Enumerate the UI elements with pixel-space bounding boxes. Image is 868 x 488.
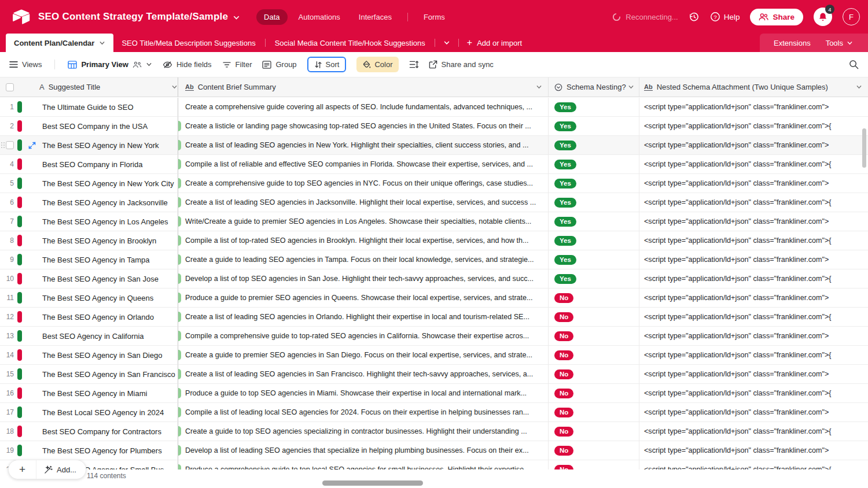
column-chevron-down-icon[interactable]: [536, 84, 542, 90]
title-cell[interactable]: 11The Best SEO Agency in Queens: [0, 289, 178, 308]
title-chevron-down-icon[interactable]: [233, 14, 240, 21]
views-button[interactable]: Views: [9, 60, 42, 69]
brief-cell[interactable]: Produce a comprehensive guide to top loc…: [178, 460, 549, 469]
airtable-logo-icon[interactable]: [13, 9, 30, 24]
nesting-cell[interactable]: No: [549, 289, 639, 308]
nesting-cell[interactable]: No: [549, 384, 639, 403]
attachment-cell[interactable]: <script type="application/ld+json" class…: [639, 155, 868, 174]
attachment-cell[interactable]: <script type="application/ld+json" class…: [639, 250, 868, 269]
title-cell[interactable]: 13Best SEO Agency in California: [0, 327, 178, 346]
title-cell[interactable]: 10The Best SEO Agency in San Jose: [0, 269, 178, 289]
title-cell[interactable]: 9The Best SEO Agency in Tampa: [0, 250, 178, 269]
add-record-button[interactable]: +: [9, 460, 36, 479]
brief-cell[interactable]: Create a list of leading SEO agencies in…: [178, 193, 549, 212]
attachment-cell[interactable]: <script type="application/ld+json" class…: [639, 231, 868, 250]
brief-cell[interactable]: Develop a list of leading SEO agencies t…: [178, 441, 549, 460]
nav-item-forms[interactable]: Forms: [416, 9, 453, 25]
share-and-sync-button[interactable]: Share and sync: [429, 60, 494, 69]
attachment-cell[interactable]: <script type="application/ld+json" class…: [639, 289, 868, 308]
brief-cell[interactable]: Produce a guide to premier SEO agencies …: [178, 289, 549, 308]
row-checkbox[interactable]: [6, 141, 14, 149]
attachment-cell[interactable]: <script type="application/ld+json" class…: [639, 403, 868, 422]
column-chevron-down-icon[interactable]: [856, 84, 862, 90]
group-button[interactable]: Group: [262, 60, 296, 69]
nesting-cell[interactable]: Yes: [549, 212, 639, 231]
brief-cell[interactable]: Create a comprehensive guide to top SEO …: [178, 174, 549, 193]
add-or-import-button[interactable]: + Add or import: [460, 34, 529, 52]
attachment-cell[interactable]: <script type="application/ld+json" class…: [639, 193, 868, 212]
title-cell[interactable]: 6The Best SEO Agency in Jacksonville: [0, 193, 178, 212]
title-cell[interactable]: 4Best SEO Company in Florida: [0, 155, 178, 174]
tools-button[interactable]: Tools: [826, 39, 853, 47]
search-icon[interactable]: [849, 60, 859, 69]
row-height-button[interactable]: [409, 60, 418, 69]
attachment-cell[interactable]: <script type="application/ld+json" class…: [639, 117, 868, 136]
filter-button[interactable]: Filter: [222, 60, 252, 69]
vertical-scrollbar[interactable]: [862, 128, 866, 168]
brief-cell[interactable]: Develop a list of top SEO agencies in Sa…: [178, 269, 549, 289]
attachment-cell[interactable]: <script type="application/ld+json" class…: [639, 422, 868, 441]
attachment-cell[interactable]: <script type="application/ld+json" class…: [639, 441, 868, 460]
nesting-cell[interactable]: No: [549, 365, 639, 384]
brief-cell[interactable]: Create a guide to premier SEO agencies i…: [178, 346, 549, 365]
attachment-cell[interactable]: <script type="application/ld+json" class…: [639, 269, 868, 289]
avatar[interactable]: F: [843, 8, 860, 25]
tab-seo-title-meta[interactable]: SEO Title/Meta Description Suggestions: [113, 34, 263, 52]
title-cell[interactable]: The Best SEO Agency in New York: [0, 136, 178, 155]
expand-record-icon[interactable]: [22, 142, 42, 149]
nav-item-data[interactable]: Data: [256, 9, 287, 25]
nesting-cell[interactable]: Yes: [549, 193, 639, 212]
brief-cell[interactable]: Compile a comprehensive guide to top-rat…: [178, 327, 549, 346]
sort-button[interactable]: Sort: [307, 57, 347, 72]
attachment-cell[interactable]: <script type="application/ld+json" class…: [639, 365, 868, 384]
attachment-cell[interactable]: <script type="application/ld+json" class…: [639, 327, 868, 346]
title-cell[interactable]: 14The Best SEO Agency in San Diego: [0, 346, 178, 365]
brief-cell[interactable]: Create a list of leading SEO agencies in…: [178, 308, 549, 327]
attachment-cell[interactable]: <script type="application/ld+json" class…: [639, 346, 868, 365]
nesting-cell[interactable]: Yes: [549, 231, 639, 250]
select-all-checkbox[interactable]: [6, 83, 14, 91]
attachment-cell[interactable]: <script type="application/ld+json" class…: [639, 136, 868, 155]
nesting-cell[interactable]: Yes: [549, 174, 639, 193]
title-cell[interactable]: 1The Ultimate Guide to SEO: [0, 98, 178, 117]
title-cell[interactable]: 15The Best SEO Agency in San Francisco: [0, 365, 178, 384]
share-button[interactable]: Share: [750, 9, 803, 25]
notifications-button[interactable]: 4: [814, 8, 832, 26]
drag-handle[interactable]: [1, 142, 6, 148]
nesting-cell[interactable]: Yes: [549, 136, 639, 155]
attachment-cell[interactable]: <script type="application/ld+json" class…: [639, 98, 868, 117]
nesting-cell[interactable]: No: [549, 403, 639, 422]
nav-item-automations[interactable]: Automations: [291, 9, 348, 25]
title-cell[interactable]: 17The Best Local SEO Agency in 2024: [0, 403, 178, 422]
nesting-cell[interactable]: Yes: [549, 250, 639, 269]
title-cell[interactable]: 7The Best SEO Agency in Los Angeles: [0, 212, 178, 231]
brief-cell[interactable]: Create a guide to top SEO agencies speci…: [178, 422, 549, 441]
title-cell[interactable]: 16The Best SEO Agency in Miami: [0, 384, 178, 403]
title-cell[interactable]: 19The Best SEO Agency for Plumbers: [0, 441, 178, 460]
view-switcher[interactable]: Primary View: [68, 60, 152, 69]
title-cell[interactable]: 8The Best SEO Agency in Brooklyn: [0, 231, 178, 250]
horizontal-scrollbar[interactable]: [322, 480, 423, 486]
column-chevron-down-icon[interactable]: [171, 84, 178, 90]
add-with-ai-button[interactable]: Add...: [36, 460, 86, 479]
nesting-cell[interactable]: No: [549, 460, 639, 469]
extensions-button[interactable]: Extensions: [774, 39, 811, 47]
nesting-cell[interactable]: No: [549, 327, 639, 346]
brief-cell[interactable]: Write/Create a guide to premier SEO agen…: [178, 212, 549, 231]
nesting-cell[interactable]: Yes: [549, 117, 639, 136]
tabs-overflow-chevron-icon[interactable]: [436, 34, 457, 52]
attachment-cell[interactable]: <script type="application/ld+json" class…: [639, 460, 868, 469]
tab-content-plan-calendar[interactable]: Content Plan/Calendar: [6, 34, 113, 52]
history-icon[interactable]: [689, 12, 700, 23]
title-cell[interactable]: 5The Best SEO Agency in New York City: [0, 174, 178, 193]
column-chevron-down-icon[interactable]: [628, 84, 634, 90]
nesting-cell[interactable]: Yes: [549, 269, 639, 289]
column-header-suggested-title[interactable]: A Suggested Title: [0, 77, 178, 97]
tab-social-media[interactable]: Social Media Content Title/Hook Suggesti…: [267, 34, 433, 52]
attachment-cell[interactable]: <script type="application/ld+json" class…: [639, 384, 868, 403]
nesting-cell[interactable]: No: [549, 308, 639, 327]
title-cell[interactable]: 2Best SEO Company in the USA: [0, 117, 178, 136]
title-cell[interactable]: 18Best SEO Company for Contractors: [0, 422, 178, 441]
attachment-cell[interactable]: <script type="application/ld+json" class…: [639, 174, 868, 193]
nesting-cell[interactable]: Yes: [549, 98, 639, 117]
